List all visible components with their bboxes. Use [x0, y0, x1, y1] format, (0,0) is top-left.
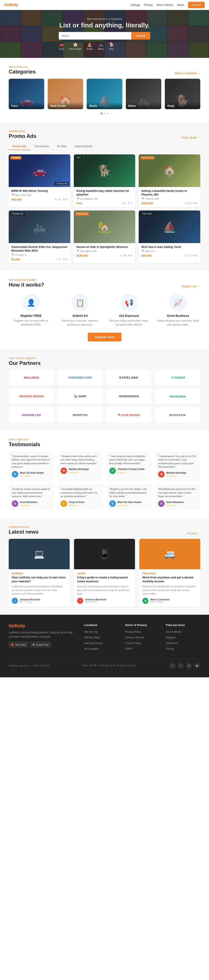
- news-image-2: 📱: [74, 539, 135, 569]
- youtube-icon[interactable]: ▶: [194, 663, 200, 669]
- ad-card-house[interactable]: 🏠 FEATURED Selling a beautiful family ho…: [139, 154, 200, 207]
- instagram-icon[interactable]: in: [186, 663, 192, 669]
- quick-cat-bikes[interactable]: 🚲 Bikes: [98, 42, 104, 50]
- tab-promo-ads[interactable]: Promo Ads: [9, 143, 30, 150]
- partner-madison[interactable]: MADISON: [155, 407, 200, 423]
- partner-hookmiller[interactable]: HOOKMILLER: [9, 407, 54, 423]
- quick-cat-pets[interactable]: 🐕 Pets: [109, 42, 114, 50]
- nav-how-it-works[interactable]: How it Works: [156, 3, 173, 6]
- news-card-1[interactable]: 💻 Business How Lisifinity can help you t…: [9, 539, 70, 607]
- footer-link-privacy[interactable]: Privacy Policy: [125, 630, 141, 633]
- partner-mulligan[interactable]: MULLIGAN: [9, 370, 54, 385]
- footer-link-pricing[interactable]: Pricing: [166, 648, 174, 651]
- testimonial-author-5: G Grow Business ★★★★★: [12, 500, 51, 507]
- footer-link-cookies[interactable]: Cookie Policy: [125, 642, 141, 645]
- news-card-2[interactable]: 📱 Listing 2 Days guide to create a listi…: [74, 539, 135, 607]
- boats-icon: ⛵: [87, 42, 92, 47]
- partner-frobes[interactable]: ✦ FROBES: [155, 370, 200, 385]
- news-author-1: J Johanan Richards Jun 12, 2022: [12, 598, 67, 604]
- footer-link-register[interactable]: Register: [166, 636, 176, 639]
- partner-graphic-design[interactable]: GRAPHIC DESIGN: [9, 389, 54, 404]
- google-play-button[interactable]: ▶ Google Play: [30, 642, 51, 648]
- category-card-dogs[interactable]: 🐕 Dogs: [165, 79, 200, 109]
- how-it-works-section: Get more exposure? How it works? Registe…: [0, 271, 209, 349]
- hiw-step-register: 👤 Register FREE Register your account wi…: [9, 294, 53, 326]
- news-excerpt-3: Discover how freelancers are earning a c…: [142, 585, 197, 595]
- partner-darkside[interactable]: DARKSIDE CAFE: [57, 370, 103, 385]
- author-stars-1: ★★★★★: [20, 474, 44, 478]
- search-input[interactable]: [59, 32, 131, 40]
- news-card-3[interactable]: 🚐 Freelance Work from anywhere and get a…: [139, 539, 200, 607]
- footer-link-add-state[interactable]: Add My State: [84, 636, 100, 639]
- testimonial-7: "Bought a car from this dealer. I am hig…: [106, 484, 152, 510]
- submit-button[interactable]: Submit: [188, 2, 205, 8]
- footer-link-gdpr[interactable]: GDPR: [125, 648, 132, 651]
- check-all-ads-link[interactable]: Check all ads →: [181, 136, 200, 139]
- footer-link-submit-ad[interactable]: Submit Ad: [166, 642, 178, 645]
- testimonial-author-6: C Cesar & Goes ★★★★☆: [61, 500, 100, 507]
- quick-cat-realestate[interactable]: 🏠 Real Estate: [69, 42, 81, 50]
- ad-card-yacht[interactable]: ⛵ FOR SALE 2012 Sea A-mas Sailing Yacht …: [139, 210, 200, 263]
- ad-price-bmw: $45,000: [11, 198, 22, 201]
- partner-name-graphic-design: GRAPHIC DESIGN: [19, 395, 43, 398]
- footer-link-terms[interactable]: Terms of Service: [125, 636, 144, 639]
- news-title: Latest news: [9, 529, 38, 535]
- search-button[interactable]: Search: [131, 32, 150, 40]
- ad-badge-pet: PET: [75, 156, 82, 159]
- scroll-dot-2: [104, 113, 105, 115]
- register-now-link[interactable]: Register now →: [182, 285, 200, 288]
- ad-badge-featured: FEATURED: [140, 156, 155, 159]
- quick-cat-cars[interactable]: 🚗 Cars: [59, 42, 64, 50]
- ad-card-bike[interactable]: 🚲 PROMO AD Cannondale Runner Elite d'or …: [9, 210, 70, 263]
- nav-listings[interactable]: Listings: [131, 3, 140, 6]
- all-news-link[interactable]: All news →: [187, 532, 200, 535]
- footer-link-add-city[interactable]: Add My City: [84, 630, 98, 633]
- hiw-step-exposure-title: Get Exposure: [107, 314, 151, 317]
- category-card-bikes[interactable]: 🚲 Bikes: [126, 79, 161, 109]
- ad-badge-sale: FOR SALE: [75, 212, 89, 215]
- footer-link-how-it-works[interactable]: How it Works: [166, 630, 181, 633]
- ad-price-house: $320,000: [141, 202, 153, 205]
- ad-image-bike: 🚲 PROMO AD: [9, 210, 70, 243]
- browse-categories-link[interactable]: Browse Categories →: [175, 72, 200, 75]
- nav-news[interactable]: News: [177, 3, 184, 6]
- facebook-icon[interactable]: f: [169, 663, 175, 669]
- author-name-1: Blue Car Auto Dealer: [20, 471, 44, 475]
- news-author-info-2: Johanna Blackwell May 8, 2022: [85, 598, 106, 603]
- ad-footer-yacht: $95,000 👁 174 ❤ 33: [141, 254, 198, 257]
- submit-illustration: 📋: [72, 294, 89, 311]
- partner-honeydew[interactable]: Honeydew: [155, 389, 200, 404]
- category-card-boats[interactable]: ⛵ Boats: [87, 79, 122, 109]
- ad-card-bmw[interactable]: 🚗 PROMO 1 Promo Ad BMW M 340i iDrive Tou…: [9, 154, 70, 207]
- ad-card-dog[interactable]: 🐕 PET Giving beautiful dog called Jasmin…: [74, 154, 136, 207]
- app-store-button[interactable]: 🍎 App Store: [9, 642, 28, 648]
- footer-link-add-country[interactable]: Add My Country: [84, 642, 103, 645]
- ad-likes-bmw: ❤ 38: [63, 198, 68, 201]
- ad-body-house: Selling a beautiful family house in Phoe…: [139, 187, 200, 207]
- category-card-realestate[interactable]: 🏠 Real Estate: [48, 79, 83, 109]
- hiw-step-grow-title: Grow Business: [156, 314, 200, 317]
- ad-card-house2[interactable]: 🏡 FOR SALE House on Sale in Springfield,…: [74, 210, 136, 263]
- twitter-icon[interactable]: t: [178, 663, 184, 669]
- quick-cat-boats[interactable]: ⛵ Boats: [87, 42, 93, 50]
- partner-henderson[interactable]: HENDERSON: [106, 389, 152, 404]
- partner-shop[interactable]: 🏪 SHOP: [57, 389, 103, 404]
- tab-top-auctions[interactable]: Top Auctions: [30, 143, 53, 150]
- footer-link-all-locations[interactable]: All Locations: [84, 648, 99, 651]
- logo[interactable]: lisifinity: [4, 3, 18, 7]
- ad-footer-house: $320,000 👁 203 ❤ 45: [141, 202, 198, 205]
- category-card-cars[interactable]: 🚗 Cars: [9, 79, 44, 109]
- tab-on-sale[interactable]: On Sale: [53, 143, 70, 150]
- tab-latest-products[interactable]: Latest Products: [70, 143, 96, 150]
- footer-social-links: f t in ▶: [169, 663, 200, 669]
- partner-everlane[interactable]: EVERLANE: [106, 370, 152, 385]
- partner-moorton[interactable]: MOORTON: [57, 407, 103, 423]
- register-now-button[interactable]: Register Now: [88, 332, 121, 341]
- footer-app-links: 🍎 App Store ▶ Google Play: [9, 642, 78, 648]
- scroll-indicator: [9, 113, 200, 115]
- footer-links-find-out-more: How it Works Register Submit Ad Pricing: [166, 630, 200, 651]
- partner-lovebooks[interactable]: ❤ LOVE BOOKS: [106, 407, 152, 423]
- ads-grid: 🚗 PROMO 1 Promo Ad BMW M 340i iDrive Tou…: [9, 154, 200, 263]
- news-author-info-3: Marco Colombier Apr 20, 2022: [150, 598, 170, 603]
- nav-pricing[interactable]: Pricing: [144, 3, 153, 6]
